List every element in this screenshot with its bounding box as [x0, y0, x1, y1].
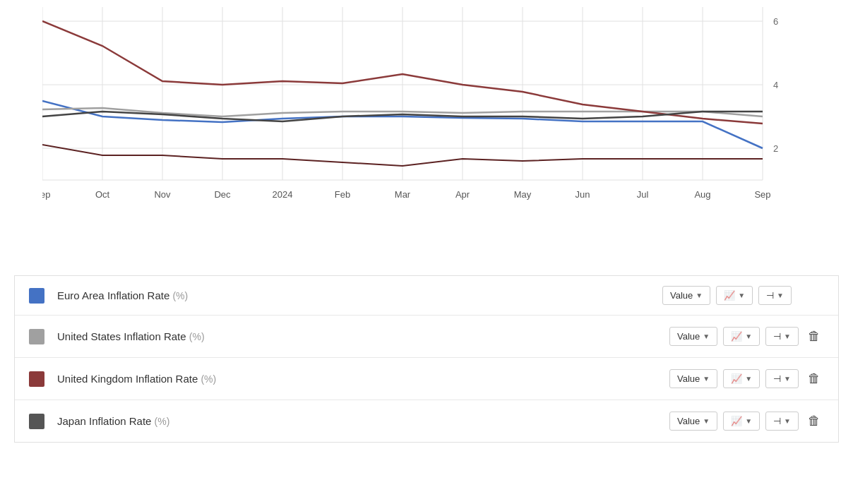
euro-chart-type-dropdown[interactable]: 📈 ▼ [716, 286, 753, 305]
x-label-sep2: Sep [754, 189, 770, 200]
uk-chart-type-dropdown[interactable]: 📈 ▼ [723, 369, 760, 388]
us-delete-button[interactable]: 🗑 [804, 325, 824, 347]
legend-row-japan: Japan Inflation Rate (%) Value ▼ 📈 ▼ ⊣ ▼… [15, 400, 838, 442]
x-label-sep1: Sep [42, 189, 51, 200]
japan-chart-arrow: ▼ [745, 417, 752, 425]
japan-chart-type-dropdown[interactable]: 📈 ▼ [723, 412, 760, 431]
us-chart-arrow: ▼ [745, 332, 752, 340]
japan-pin-arrow: ▼ [784, 417, 791, 425]
euro-unit: (%) [172, 290, 188, 301]
x-label-jul: Jul [637, 189, 649, 200]
y-label-2: 2 [773, 143, 778, 154]
japan-value-label: Value [677, 416, 700, 426]
euro-chart-arrow: ▼ [738, 292, 745, 299]
japan-value-dropdown[interactable]: Value ▼ [669, 412, 717, 431]
legend-row-uk: United Kingdom Inflation Rate (%) Value … [15, 358, 838, 400]
euro-controls: Value ▼ 📈 ▼ ⊣ ▼ [662, 286, 824, 305]
us-color-swatch [29, 329, 44, 344]
us-value-dropdown[interactable]: Value ▼ [669, 327, 717, 346]
chart-container: 6 4 2 Sep Oct Nov Dec 2024 Feb Mar Apr M… [0, 0, 853, 275]
us-label: United States Inflation Rate (%) [57, 330, 669, 342]
uk-chart-icon: 📈 [731, 373, 742, 384]
japan-controls: Value ▼ 📈 ▼ ⊣ ▼ 🗑 [669, 410, 824, 432]
us-value-label: Value [677, 331, 700, 342]
japan-unit: (%) [155, 416, 170, 427]
euro-pin-icon: ⊣ [766, 290, 774, 301]
uk-label: United Kingdom Inflation Rate (%) [57, 373, 669, 385]
uk-unit: (%) [201, 373, 216, 385]
uk-value-arrow: ▼ [703, 375, 710, 383]
japan-delete-button[interactable]: 🗑 [804, 410, 824, 432]
japan-pin-icon: ⊣ [773, 416, 781, 426]
uk-pin-arrow: ▼ [784, 375, 791, 383]
uk-value-dropdown[interactable]: Value ▼ [669, 369, 717, 388]
uk-color-swatch [29, 371, 44, 387]
euro-pin-arrow: ▼ [777, 292, 784, 299]
euro-value-dropdown[interactable]: Value ▼ [662, 286, 710, 305]
uk-controls: Value ▼ 📈 ▼ ⊣ ▼ 🗑 [669, 368, 824, 390]
euro-chart-icon: 📈 [724, 290, 735, 301]
euro-label: Euro Area Inflation Rate (%) [57, 289, 662, 301]
japan-label: Japan Inflation Rate (%) [57, 415, 669, 427]
us-pin-dropdown[interactable]: ⊣ ▼ [765, 327, 799, 346]
legend-row-us: United States Inflation Rate (%) Value ▼… [15, 316, 838, 358]
chart-svg: 6 4 2 Sep Oct Nov Dec 2024 Feb Mar Apr M… [42, 7, 811, 240]
legend-panel: Euro Area Inflation Rate (%) Value ▼ 📈 ▼… [14, 275, 839, 443]
uk-chart-arrow: ▼ [745, 375, 752, 383]
x-label-jun: Jun [575, 189, 590, 200]
uk-value-label: Value [677, 373, 700, 384]
y-label-6: 6 [773, 16, 778, 27]
japan-chart-icon: 📈 [731, 416, 742, 426]
us-chart-icon: 📈 [731, 331, 742, 342]
us-controls: Value ▼ 📈 ▼ ⊣ ▼ 🗑 [669, 325, 824, 347]
uk-pin-icon: ⊣ [773, 373, 781, 384]
x-label-nov: Nov [154, 189, 171, 200]
y-label-4: 4 [773, 80, 778, 90]
us-unit: (%) [189, 331, 205, 342]
us-chart-type-dropdown[interactable]: 📈 ▼ [723, 327, 760, 346]
legend-row-euro: Euro Area Inflation Rate (%) Value ▼ 📈 ▼… [15, 276, 838, 316]
us-value-arrow: ▼ [703, 332, 710, 340]
x-label-feb: Feb [335, 189, 350, 200]
uk-delete-button[interactable]: 🗑 [804, 368, 824, 390]
japan-value-arrow: ▼ [703, 417, 710, 425]
japan-color-swatch [29, 414, 44, 429]
x-label-apr: Apr [455, 189, 470, 200]
euro-value-label: Value [670, 290, 693, 301]
us-pin-arrow: ▼ [784, 332, 791, 340]
x-label-may: May [514, 189, 532, 200]
x-label-aug: Aug [694, 189, 710, 200]
x-label-mar: Mar [395, 189, 411, 200]
japan-pin-dropdown[interactable]: ⊣ ▼ [765, 412, 799, 431]
euro-value-arrow: ▼ [696, 292, 703, 299]
euro-pin-dropdown[interactable]: ⊣ ▼ [758, 286, 792, 305]
x-label-dec: Dec [214, 189, 231, 200]
x-label-oct: Oct [95, 189, 110, 200]
euro-color-swatch [29, 288, 44, 304]
us-pin-icon: ⊣ [773, 331, 781, 342]
uk-pin-dropdown[interactable]: ⊣ ▼ [765, 369, 799, 388]
x-label-2024: 2024 [273, 189, 293, 200]
